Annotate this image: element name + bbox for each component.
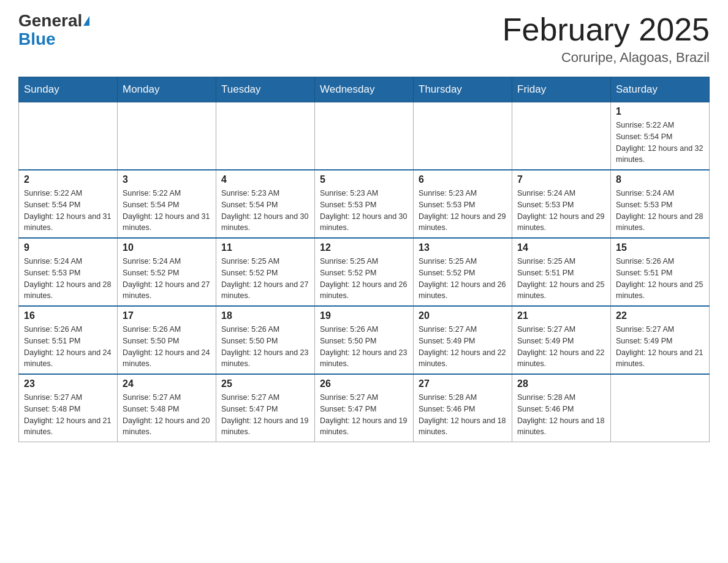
calendar-cell: 9Sunrise: 5:24 AMSunset: 5:53 PMDaylight… xyxy=(19,238,118,306)
day-number: 25 xyxy=(221,378,309,389)
day-info: Sunrise: 5:27 AMSunset: 5:48 PMDaylight:… xyxy=(24,392,112,438)
calendar-cell xyxy=(19,102,118,170)
calendar-cell: 28Sunrise: 5:28 AMSunset: 5:46 PMDayligh… xyxy=(512,374,611,442)
day-header-sunday: Sunday xyxy=(19,77,118,102)
day-info: Sunrise: 5:28 AMSunset: 5:46 PMDaylight:… xyxy=(419,392,507,438)
calendar-cell: 4Sunrise: 5:23 AMSunset: 5:54 PMDaylight… xyxy=(216,170,315,238)
day-info: Sunrise: 5:26 AMSunset: 5:50 PMDaylight:… xyxy=(221,324,309,370)
day-number: 8 xyxy=(616,174,704,185)
calendar-cell: 7Sunrise: 5:24 AMSunset: 5:53 PMDaylight… xyxy=(512,170,611,238)
day-number: 3 xyxy=(123,174,211,185)
day-info: Sunrise: 5:24 AMSunset: 5:53 PMDaylight:… xyxy=(616,188,704,234)
day-number: 2 xyxy=(24,174,112,185)
day-info: Sunrise: 5:22 AMSunset: 5:54 PMDaylight:… xyxy=(24,188,112,234)
day-info: Sunrise: 5:25 AMSunset: 5:51 PMDaylight:… xyxy=(517,256,605,302)
day-number: 7 xyxy=(517,174,605,185)
day-info: Sunrise: 5:22 AMSunset: 5:54 PMDaylight:… xyxy=(123,188,211,234)
day-info: Sunrise: 5:23 AMSunset: 5:54 PMDaylight:… xyxy=(221,188,309,234)
day-info: Sunrise: 5:23 AMSunset: 5:53 PMDaylight:… xyxy=(320,188,408,234)
day-number: 13 xyxy=(419,242,507,253)
calendar-cell: 8Sunrise: 5:24 AMSunset: 5:53 PMDaylight… xyxy=(611,170,710,238)
day-number: 18 xyxy=(221,310,309,321)
calendar-week-4: 16Sunrise: 5:26 AMSunset: 5:51 PMDayligh… xyxy=(19,306,710,374)
logo: General Blue xyxy=(18,12,89,48)
calendar-cell: 15Sunrise: 5:26 AMSunset: 5:51 PMDayligh… xyxy=(611,238,710,306)
calendar-cell xyxy=(216,102,315,170)
day-info: Sunrise: 5:22 AMSunset: 5:54 PMDaylight:… xyxy=(616,120,704,166)
calendar-cell: 12Sunrise: 5:25 AMSunset: 5:52 PMDayligh… xyxy=(315,238,414,306)
location-title: Coruripe, Alagoas, Brazil xyxy=(502,50,710,66)
calendar-cell: 20Sunrise: 5:27 AMSunset: 5:49 PMDayligh… xyxy=(414,306,512,374)
day-info: Sunrise: 5:26 AMSunset: 5:50 PMDaylight:… xyxy=(320,324,408,370)
day-number: 6 xyxy=(419,174,507,185)
page-header: General Blue February 2025 Coruripe, Ala… xyxy=(18,12,710,66)
day-info: Sunrise: 5:24 AMSunset: 5:53 PMDaylight:… xyxy=(24,256,112,302)
calendar-cell: 23Sunrise: 5:27 AMSunset: 5:48 PMDayligh… xyxy=(19,374,118,442)
day-info: Sunrise: 5:27 AMSunset: 5:47 PMDaylight:… xyxy=(320,392,408,438)
calendar-cell: 18Sunrise: 5:26 AMSunset: 5:50 PMDayligh… xyxy=(216,306,315,374)
day-number: 4 xyxy=(221,174,309,185)
day-number: 28 xyxy=(517,378,605,389)
calendar-cell: 3Sunrise: 5:22 AMSunset: 5:54 PMDaylight… xyxy=(118,170,216,238)
day-info: Sunrise: 5:24 AMSunset: 5:53 PMDaylight:… xyxy=(517,188,605,234)
day-number: 15 xyxy=(616,242,704,253)
calendar-cell: 1Sunrise: 5:22 AMSunset: 5:54 PMDaylight… xyxy=(611,102,710,170)
day-number: 10 xyxy=(123,242,211,253)
day-number: 21 xyxy=(517,310,605,321)
day-header-thursday: Thursday xyxy=(414,77,512,102)
calendar-cell: 21Sunrise: 5:27 AMSunset: 5:49 PMDayligh… xyxy=(512,306,611,374)
day-number: 11 xyxy=(221,242,309,253)
day-number: 22 xyxy=(616,310,704,321)
day-info: Sunrise: 5:26 AMSunset: 5:51 PMDaylight:… xyxy=(616,256,704,302)
calendar-cell: 27Sunrise: 5:28 AMSunset: 5:46 PMDayligh… xyxy=(414,374,512,442)
calendar-cell: 17Sunrise: 5:26 AMSunset: 5:50 PMDayligh… xyxy=(118,306,216,374)
day-number: 23 xyxy=(24,378,112,389)
day-info: Sunrise: 5:25 AMSunset: 5:52 PMDaylight:… xyxy=(221,256,309,302)
day-number: 12 xyxy=(320,242,408,253)
day-info: Sunrise: 5:28 AMSunset: 5:46 PMDaylight:… xyxy=(517,392,605,438)
day-number: 27 xyxy=(419,378,507,389)
calendar-cell: 11Sunrise: 5:25 AMSunset: 5:52 PMDayligh… xyxy=(216,238,315,306)
calendar-week-2: 2Sunrise: 5:22 AMSunset: 5:54 PMDaylight… xyxy=(19,170,710,238)
calendar-cell: 24Sunrise: 5:27 AMSunset: 5:48 PMDayligh… xyxy=(118,374,216,442)
calendar-cell: 22Sunrise: 5:27 AMSunset: 5:49 PMDayligh… xyxy=(611,306,710,374)
calendar-cell xyxy=(315,102,414,170)
day-info: Sunrise: 5:26 AMSunset: 5:50 PMDaylight:… xyxy=(123,324,211,370)
day-info: Sunrise: 5:25 AMSunset: 5:52 PMDaylight:… xyxy=(419,256,507,302)
title-block: February 2025 Coruripe, Alagoas, Brazil xyxy=(502,12,710,66)
calendar-cell: 13Sunrise: 5:25 AMSunset: 5:52 PMDayligh… xyxy=(414,238,512,306)
calendar-cell: 10Sunrise: 5:24 AMSunset: 5:52 PMDayligh… xyxy=(118,238,216,306)
calendar-cell xyxy=(611,374,710,442)
day-header-monday: Monday xyxy=(118,77,216,102)
calendar-cell: 16Sunrise: 5:26 AMSunset: 5:51 PMDayligh… xyxy=(19,306,118,374)
day-header-wednesday: Wednesday xyxy=(315,77,414,102)
calendar-week-3: 9Sunrise: 5:24 AMSunset: 5:53 PMDaylight… xyxy=(19,238,710,306)
calendar-cell: 5Sunrise: 5:23 AMSunset: 5:53 PMDaylight… xyxy=(315,170,414,238)
logo-general-text: General xyxy=(18,12,82,29)
day-header-friday: Friday xyxy=(512,77,611,102)
day-info: Sunrise: 5:27 AMSunset: 5:49 PMDaylight:… xyxy=(419,324,507,370)
calendar-cell xyxy=(118,102,216,170)
calendar-cell xyxy=(512,102,611,170)
calendar-cell: 14Sunrise: 5:25 AMSunset: 5:51 PMDayligh… xyxy=(512,238,611,306)
logo-blue-text: Blue xyxy=(18,31,56,48)
day-number: 17 xyxy=(123,310,211,321)
calendar-cell xyxy=(414,102,512,170)
day-number: 5 xyxy=(320,174,408,185)
day-number: 20 xyxy=(419,310,507,321)
day-number: 26 xyxy=(320,378,408,389)
month-title: February 2025 xyxy=(502,12,710,47)
day-number: 19 xyxy=(320,310,408,321)
day-number: 16 xyxy=(24,310,112,321)
calendar-week-5: 23Sunrise: 5:27 AMSunset: 5:48 PMDayligh… xyxy=(19,374,710,442)
day-number: 24 xyxy=(123,378,211,389)
logo-triangle-icon xyxy=(83,16,89,26)
day-info: Sunrise: 5:27 AMSunset: 5:48 PMDaylight:… xyxy=(123,392,211,438)
calendar-header-row: SundayMondayTuesdayWednesdayThursdayFrid… xyxy=(19,77,710,102)
calendar-cell: 2Sunrise: 5:22 AMSunset: 5:54 PMDaylight… xyxy=(19,170,118,238)
calendar-cell: 6Sunrise: 5:23 AMSunset: 5:53 PMDaylight… xyxy=(414,170,512,238)
day-number: 9 xyxy=(24,242,112,253)
day-info: Sunrise: 5:24 AMSunset: 5:52 PMDaylight:… xyxy=(123,256,211,302)
day-header-tuesday: Tuesday xyxy=(216,77,315,102)
calendar-table: SundayMondayTuesdayWednesdayThursdayFrid… xyxy=(18,77,710,442)
